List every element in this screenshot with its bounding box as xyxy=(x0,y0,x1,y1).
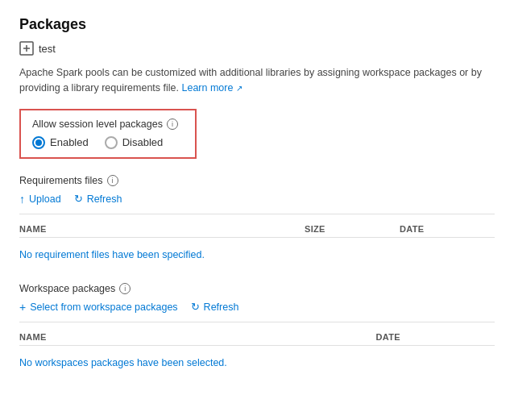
plus-icon: + xyxy=(19,301,26,314)
requirements-files-label: Requirements files i xyxy=(19,175,495,186)
upload-button[interactable]: ↑ Upload xyxy=(19,193,61,206)
workspace-divider xyxy=(19,322,495,322)
requirements-refresh-label: Refresh xyxy=(87,193,122,205)
session-level-info-icon[interactable]: i xyxy=(167,119,178,130)
workspace-empty-message: No workspaces packages have been selecte… xyxy=(19,351,495,375)
disabled-radio[interactable]: Disabled xyxy=(105,136,164,149)
external-link-icon: ↗ xyxy=(236,84,242,93)
test-label-row: test xyxy=(19,41,495,56)
test-name: test xyxy=(39,43,56,55)
upload-label: Upload xyxy=(29,193,61,205)
enabled-label: Enabled xyxy=(50,136,89,148)
workspace-packages-label: Workspace packages i xyxy=(19,283,495,294)
workspace-toolbar: + Select from workspace packages ↻ Refre… xyxy=(19,301,495,314)
workspace-refresh-button[interactable]: ↻ Refresh xyxy=(191,301,239,313)
workspace-info-icon[interactable]: i xyxy=(119,283,131,294)
workspace-table-header: NAME DATE xyxy=(19,329,495,346)
requirements-files-section: Requirements files i ↑ Upload ↻ Refresh … xyxy=(19,175,495,267)
requirements-table-header: NAME SIZE DATE xyxy=(19,221,495,238)
upload-icon: ↑ xyxy=(19,193,25,206)
req-size-col: SIZE xyxy=(305,224,400,234)
workspace-refresh-icon: ↻ xyxy=(191,301,200,313)
select-workspace-packages-button[interactable]: + Select from workspace packages xyxy=(19,301,178,314)
learn-more-link[interactable]: Learn more xyxy=(182,82,234,94)
ws-date-col: DATE xyxy=(376,332,495,342)
requirements-divider xyxy=(19,214,495,214)
description-text: Apache Spark pools can be customized wit… xyxy=(19,65,495,96)
disabled-label: Disabled xyxy=(122,136,164,148)
req-name-col: NAME xyxy=(19,224,305,234)
session-level-radio-group: Enabled Disabled xyxy=(32,136,184,149)
page-title: Packages xyxy=(19,16,495,33)
requirements-toolbar: ↑ Upload ↻ Refresh xyxy=(19,193,495,206)
enabled-radio-circle xyxy=(32,136,45,149)
enabled-radio[interactable]: Enabled xyxy=(32,136,89,149)
requirements-info-icon[interactable]: i xyxy=(107,175,118,186)
disabled-radio-circle xyxy=(105,136,118,149)
ws-name-col: NAME xyxy=(19,332,376,342)
workspace-refresh-label: Refresh xyxy=(204,301,239,313)
resource-icon xyxy=(19,41,34,56)
workspace-packages-section: Workspace packages i + Select from works… xyxy=(19,283,495,375)
select-label: Select from workspace packages xyxy=(30,301,177,313)
req-date-col: DATE xyxy=(400,224,495,234)
session-level-box: Allow session level packages i Enabled D… xyxy=(19,109,197,159)
requirements-empty-message: No requirement files have been specified… xyxy=(19,243,495,267)
session-level-label: Allow session level packages i xyxy=(32,119,184,130)
requirements-refresh-icon: ↻ xyxy=(74,193,83,205)
requirements-refresh-button[interactable]: ↻ Refresh xyxy=(74,193,122,205)
